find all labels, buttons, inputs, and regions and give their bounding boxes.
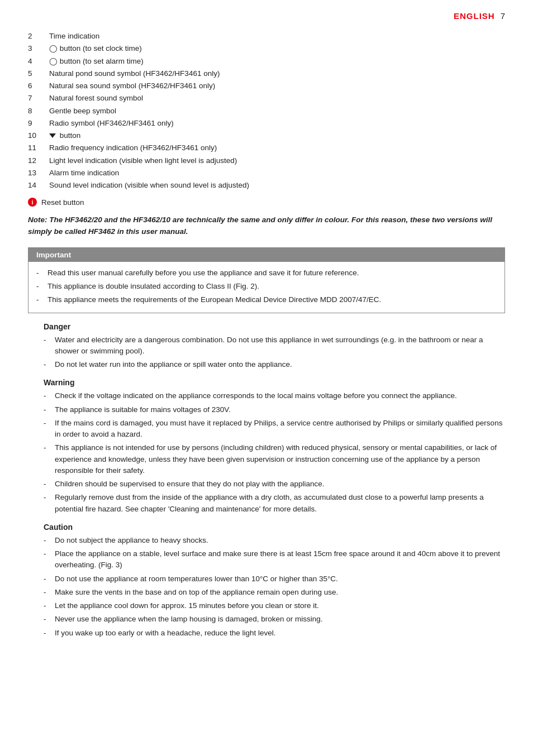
page-header: ENGLISH 7 [28,11,505,21]
reset-icon: i [28,198,37,207]
list-item: 6 Natural sea sound symbol (HF3462/HF346… [28,80,505,92]
list-item: - This appliance meets the requirements … [36,294,497,305]
list-item: 12 Light level indication (visible when … [28,155,505,166]
page-number: 7 [501,11,505,21]
list-item: 9 Radio symbol (HF3462/HF3461 only) [28,118,505,129]
list-item: - If the mains cord is damaged, you must… [44,418,505,441]
list-item: 7 Natural forest sound symbol [28,93,505,104]
list-item: - Read this user manual carefully before… [36,267,497,279]
language-label: ENGLISH [454,11,495,21]
list-item: 10 button [28,130,505,141]
list-item: - Never use the appliance when the lamp … [44,614,505,625]
reset-label: Reset button [41,198,84,207]
warning-title: Warning [44,378,505,387]
list-item: 2 Time indication [28,31,505,42]
list-item: 13 Alarm time indication [28,168,505,179]
list-item: - Children should be supervised to ensur… [44,479,505,490]
note-text: Note: The HF3462/20 and the HF3462/10 ar… [28,216,492,235]
list-item: 4 ◯ button (to set alarm time) [28,56,505,67]
danger-list: - Water and electricity are a dangerous … [28,334,505,371]
natural-forest-label: Natural forest sound symbol [49,93,143,104]
caution-title: Caution [44,523,505,532]
list-item: - Regularly remove dust from the inside … [44,492,505,515]
list-item: 8 Gentle beep symbol [28,106,505,117]
list-item: 3 ◯ button (to set clock time) [28,43,505,54]
numbered-list: 2 Time indication 3 ◯ button (to set clo… [28,31,505,191]
important-box: Important - Read this user manual carefu… [28,247,505,313]
important-header: Important [28,248,505,262]
list-item: - Water and electricity are a dangerous … [44,334,505,357]
danger-title: Danger [44,322,505,331]
list-item: 5 Natural pond sound symbol (HF3462/HF34… [28,68,505,79]
warning-list: - Check if the voltage indicated on the … [28,390,505,515]
caution-list: - Do not subject the appliance to heavy … [28,535,505,639]
list-item: - This appliance is double insulated acc… [36,281,497,292]
note-block: Note: The HF3462/20 and the HF3462/10 ar… [28,214,505,237]
reset-button-row: i Reset button [28,198,505,207]
important-list: - Read this user manual carefully before… [36,267,497,306]
list-item: 11 Radio frequency indication (HF3462/HF… [28,142,505,154]
list-item: - Check if the voltage indicated on the … [44,390,505,401]
list-item: - Do not use the appliance at room tempe… [44,573,505,585]
arrow-down-icon [49,133,56,138]
list-item: - Let the appliance cool down for approx… [44,600,505,611]
important-body: - Read this user manual carefully before… [28,262,505,313]
list-item: - If you wake up too early or with a hea… [44,628,505,639]
list-item: - Do not let water run into the applianc… [44,359,505,370]
list-item: 14 Sound level indication (visible when … [28,180,505,191]
list-item: - This appliance is not intended for use… [44,442,505,476]
list-item: - Make sure the vents in the base and on… [44,587,505,598]
list-item: - Place the appliance on a stable, level… [44,548,505,571]
list-item: - Do not subject the appliance to heavy … [44,535,505,546]
list-item: - The appliance is suitable for mains vo… [44,404,505,415]
